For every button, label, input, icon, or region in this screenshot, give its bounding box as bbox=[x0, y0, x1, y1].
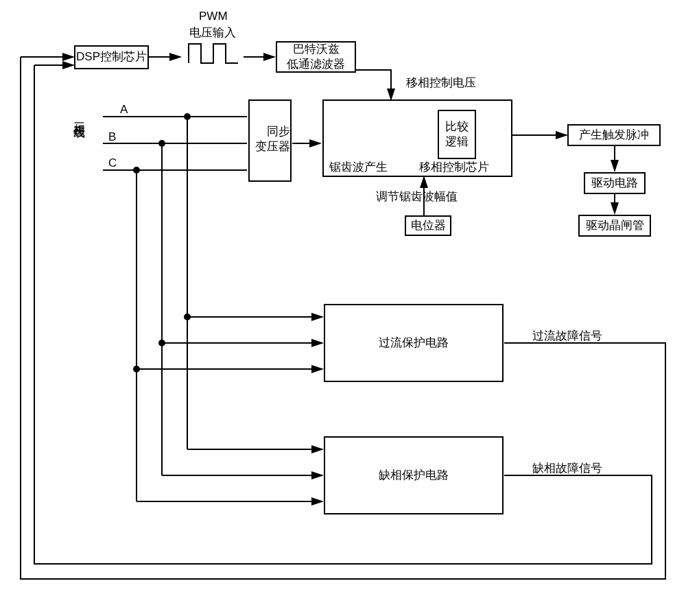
saw-adjust-label: 调节锯齿波幅值 bbox=[376, 189, 458, 204]
drive-scr-text: 驱动晶闸管 bbox=[586, 218, 644, 233]
trigger-pulse: 产生触发脉冲 bbox=[567, 124, 661, 146]
pot-text: 电位器 bbox=[411, 218, 446, 233]
overcurrent-protect: 过流保护电路 bbox=[324, 304, 504, 382]
sync-l1: 同步 bbox=[267, 124, 290, 139]
pwm-title: PWM bbox=[199, 10, 228, 23]
phaseloss-protect: 缺相保护电路 bbox=[324, 436, 504, 514]
drive-thyristor: 驱动晶闸管 bbox=[578, 215, 651, 237]
pl-signal-label: 缺相故障信号 bbox=[532, 460, 602, 476]
compare-text: 比较 逻辑 bbox=[445, 119, 469, 150]
dsp-chip: DSP控制芯片 bbox=[74, 45, 149, 69]
butter-l1: 巴特沃兹 bbox=[293, 42, 340, 57]
pl-text: 缺相保护电路 bbox=[379, 468, 449, 483]
oc-text: 过流保护电路 bbox=[379, 335, 449, 351]
sync-l2: 变压器 bbox=[255, 139, 290, 154]
butterworth-filter: 巴特沃兹 低通滤波器 bbox=[276, 41, 356, 73]
oc-signal-label: 过流故障信号 bbox=[532, 328, 602, 344]
drive-circuit: 驱动电路 bbox=[584, 172, 646, 194]
sync-transformer: 同步 变压器 bbox=[248, 99, 292, 182]
compare-logic: 比较 逻辑 bbox=[438, 110, 476, 159]
butter-l2: 低通滤波器 bbox=[287, 57, 345, 72]
phase-c-label: C bbox=[108, 156, 117, 170]
phase-a-label: A bbox=[120, 103, 128, 117]
phase-voltage-label: 移相控制电压 bbox=[406, 75, 476, 91]
dsp-text: DSP控制芯片 bbox=[76, 49, 147, 64]
phase-b-label: B bbox=[108, 130, 116, 144]
potentiometer: 电位器 bbox=[405, 215, 451, 236]
pwm-sub: 电压输入 bbox=[189, 25, 236, 40]
phase-chip-label: 移相控制芯片 bbox=[419, 159, 489, 175]
sawtooth-label: 锯齿波产生 bbox=[329, 159, 388, 175]
trigger-text: 产生触发脉冲 bbox=[579, 128, 649, 143]
drive-ckt-text: 驱动电路 bbox=[591, 176, 638, 191]
three-phase-label: 三相进线 bbox=[71, 113, 87, 119]
